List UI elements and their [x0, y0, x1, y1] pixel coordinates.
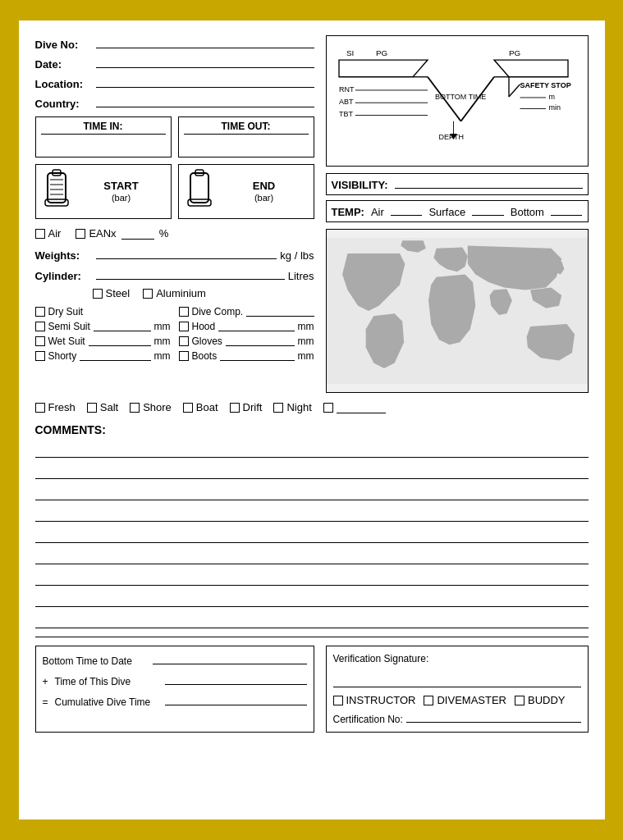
visibility-input[interactable]	[395, 177, 583, 189]
salt-checkbox-item[interactable]: Salt	[87, 401, 118, 413]
cumulative-input[interactable]	[165, 694, 307, 705]
start-tank-text: START (bar)	[77, 180, 166, 203]
verification-signature-line[interactable]	[333, 671, 581, 687]
air-checkbox-item[interactable]: Air	[35, 227, 62, 240]
drift-checkbox[interactable]	[230, 403, 240, 413]
boots-input[interactable]	[220, 351, 294, 361]
bottom-time-date-input[interactable]	[153, 653, 307, 664]
dry-suit-checkbox[interactable]	[35, 307, 45, 317]
air-checkbox[interactable]	[35, 229, 45, 239]
temp-air-input[interactable]	[391, 204, 423, 216]
shorty-checkbox[interactable]	[35, 351, 45, 361]
footer-left: Bottom Time to Date + Time of This Dive …	[35, 646, 314, 733]
end-tank-cell: END (bar)	[178, 164, 314, 219]
other-checkbox[interactable]	[323, 403, 333, 413]
boots-label: Boots	[192, 350, 218, 362]
instructor-checkbox-item[interactable]: INSTRUCTOR	[333, 694, 416, 706]
gloves-label: Gloves	[192, 336, 222, 347]
salt-checkbox[interactable]	[87, 403, 97, 413]
location-input[interactable]	[96, 75, 314, 88]
steel-checkbox-item[interactable]: Steel	[93, 287, 131, 299]
temp-label: TEMP:	[332, 206, 364, 218]
svg-rect-7	[190, 173, 208, 203]
fresh-checkbox[interactable]	[35, 403, 45, 413]
comment-line-4[interactable]	[35, 504, 589, 522]
left-column: Dive No: Date: Location: Country: TIME I…	[35, 35, 314, 393]
cumulative-row: = Cumulative Dive Time	[43, 694, 307, 708]
svg-text:m: m	[548, 93, 555, 101]
boots-checkbox[interactable]	[179, 351, 189, 361]
dive-diagram: SI PG PG	[326, 35, 589, 167]
comment-line-3[interactable]	[35, 482, 589, 500]
boat-checkbox-item[interactable]: Boat	[183, 401, 218, 413]
time-this-dive-input[interactable]	[165, 673, 307, 685]
wet-suit-mm: mm	[154, 336, 171, 347]
semi-suit-checkbox[interactable]	[35, 322, 45, 331]
country-input[interactable]	[96, 94, 314, 107]
world-map	[326, 229, 589, 393]
semi-suit-row: Semi Suit mm	[35, 321, 171, 332]
gloves-input[interactable]	[226, 336, 295, 346]
instructor-checkbox[interactable]	[333, 696, 343, 705]
comment-line-5[interactable]	[35, 525, 589, 543]
time-out-label: TIME OUT:	[184, 121, 309, 135]
dive-comp-label: Dive Comp.	[192, 306, 244, 317]
cert-no-input[interactable]	[406, 711, 581, 723]
drift-checkbox-item[interactable]: Drift	[230, 401, 263, 413]
svg-rect-0	[48, 173, 66, 203]
comment-line-2[interactable]	[35, 461, 589, 479]
comment-line-8[interactable]	[35, 589, 589, 607]
eanx-checkbox[interactable]	[76, 229, 85, 239]
weights-label: Weights:	[35, 249, 93, 262]
hood-checkbox[interactable]	[179, 322, 189, 331]
wet-suit-input[interactable]	[89, 336, 151, 346]
dive-no-input[interactable]	[96, 35, 314, 48]
hood-input[interactable]	[218, 322, 294, 331]
gloves-checkbox[interactable]	[179, 336, 189, 346]
buddy-checkbox-item[interactable]: BUDDY	[515, 694, 566, 706]
dive-comp-input[interactable]	[246, 307, 314, 317]
other-checkbox-item[interactable]	[323, 402, 386, 413]
aluminium-checkbox-item[interactable]: Aluminium	[143, 287, 206, 299]
comment-line-1[interactable]	[35, 440, 589, 458]
comment-line-9[interactable]	[35, 610, 589, 628]
aluminium-checkbox[interactable]	[143, 289, 153, 299]
time-this-dive-row: + Time of This Dive	[43, 673, 307, 687]
semi-suit-input[interactable]	[94, 322, 151, 331]
date-input[interactable]	[96, 55, 314, 68]
temp-bottom-input[interactable]	[551, 204, 583, 216]
buddy-checkbox[interactable]	[515, 696, 525, 705]
svg-text:PG: PG	[376, 48, 387, 57]
night-label: Night	[286, 401, 311, 413]
start-tank-icon	[41, 168, 72, 215]
semi-suit-label: Semi Suit	[48, 321, 90, 332]
steel-checkbox[interactable]	[93, 289, 103, 299]
night-checkbox-item[interactable]: Night	[273, 401, 311, 413]
wet-suit-checkbox[interactable]	[35, 336, 45, 346]
shore-checkbox-item[interactable]: Shore	[130, 401, 172, 413]
boat-checkbox[interactable]	[183, 403, 193, 413]
fresh-checkbox-item[interactable]: Fresh	[35, 401, 76, 413]
weights-row: Weights: kg / lbs	[35, 246, 314, 262]
other-line[interactable]	[337, 402, 386, 413]
hood-mm: mm	[298, 321, 314, 332]
temp-air-label: Air	[371, 206, 384, 218]
night-checkbox[interactable]	[273, 403, 283, 413]
boat-label: Boat	[196, 401, 218, 413]
divemaster-checkbox[interactable]	[424, 696, 433, 705]
temp-surface-input[interactable]	[472, 204, 504, 216]
weights-input[interactable]	[96, 246, 277, 259]
eanx-line[interactable]	[121, 228, 154, 240]
cylinder-input[interactable]	[96, 267, 285, 280]
shorty-input[interactable]	[80, 351, 150, 361]
svg-text:BOTTOM TIME: BOTTOM TIME	[435, 93, 486, 101]
divemaster-checkbox-item[interactable]: DIVEMASTER	[424, 694, 506, 706]
cylinder-row: Cylinder: Litres	[35, 267, 314, 282]
shorty-label: Shorty	[48, 350, 77, 362]
comment-line-6[interactable]	[35, 546, 589, 564]
dive-comp-checkbox[interactable]	[179, 307, 189, 317]
environment-section: Fresh Salt Shore Boat Drift Night	[35, 401, 589, 413]
shore-checkbox[interactable]	[130, 403, 140, 413]
eanx-checkbox-item[interactable]: EANx %	[76, 227, 168, 240]
comment-line-7[interactable]	[35, 568, 589, 586]
